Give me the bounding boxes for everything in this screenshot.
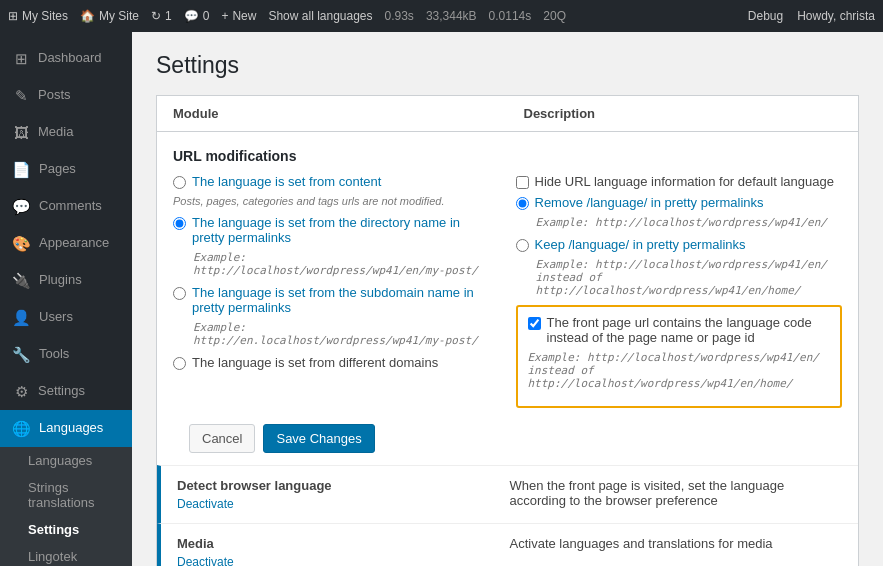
module-row-detect-browser: Detect browser language Deactivate When … xyxy=(157,465,858,523)
radio-lang-from-directory[interactable]: The language is set from the directory n… xyxy=(173,215,492,245)
radio-label-lang-directory[interactable]: The language is set from the directory n… xyxy=(192,215,492,245)
admin-bar-comments[interactable]: 💬 0 xyxy=(184,9,210,23)
radio-label-lang-content[interactable]: The language is set from content xyxy=(192,174,381,189)
checkbox-hide-url[interactable]: Hide URL language information for defaul… xyxy=(516,174,843,189)
sidebar-item-posts[interactable]: ✎ Posts xyxy=(0,77,132,114)
tools-icon: 🔧 xyxy=(12,344,31,365)
module-media-description: Activate languages and translations for … xyxy=(510,536,843,566)
languages-submenu: Languages Strings translations Settings … xyxy=(0,447,132,566)
radio-keep-language[interactable]: Keep /language/ in pretty permalinks xyxy=(516,237,843,252)
home-icon: 🏠 xyxy=(80,9,95,23)
refresh-icon: ↻ xyxy=(151,9,161,23)
admin-bar-show-all-languages[interactable]: Show all languages xyxy=(268,9,372,23)
checkbox-front-page-url[interactable]: The front page url contains the language… xyxy=(528,315,831,345)
module-media-left: Media Deactivate xyxy=(177,536,510,566)
module-detect-browser-description: When the front page is visited, set the … xyxy=(510,478,843,511)
settings-panel: Module Description URL modifications The… xyxy=(156,95,859,566)
highlighted-front-page-box: The front page url contains the language… xyxy=(516,305,843,408)
radio-remove-language[interactable]: Remove /language/ in pretty permalinks xyxy=(516,195,843,210)
radio-input-remove-language[interactable] xyxy=(516,197,529,210)
sidebar-sub-strings[interactable]: Strings translations xyxy=(0,474,132,516)
checkbox-label-hide-url[interactable]: Hide URL language information for defaul… xyxy=(535,174,834,189)
settings-table-header: Module Description xyxy=(157,96,858,132)
example-front-page: Example: http://localhost/wordpress/wp41… xyxy=(528,351,831,390)
module-row-media: Media Deactivate Activate languages and … xyxy=(157,523,858,566)
admin-bar-user[interactable]: Howdy, christa xyxy=(797,9,875,23)
url-options-right: Hide URL language information for defaul… xyxy=(508,174,843,412)
module-detect-browser-left: Detect browser language Deactivate xyxy=(177,478,510,511)
example-keep-language: Example: http://localhost/wordpress/wp41… xyxy=(516,258,843,297)
sidebar-item-tools[interactable]: 🔧 Tools xyxy=(0,336,132,373)
checkbox-label-front-page[interactable]: The front page url contains the language… xyxy=(547,315,831,345)
radio-input-lang-directory[interactable] xyxy=(173,217,186,230)
sidebar-item-comments[interactable]: 💬 Comments xyxy=(0,188,132,225)
admin-bar-sites[interactable]: ⊞ My Sites xyxy=(8,9,68,23)
plus-icon: + xyxy=(221,9,228,23)
action-buttons: Cancel Save Changes xyxy=(173,412,842,465)
sidebar-item-users[interactable]: 👤 Users xyxy=(0,299,132,336)
radio-label-keep-language[interactable]: Keep /language/ in pretty permalinks xyxy=(535,237,746,252)
admin-bar-debug[interactable]: Debug xyxy=(748,9,783,23)
dashboard-icon: ⊞ xyxy=(12,48,30,69)
sidebar: ⊞ Dashboard ✎ Posts 🖼 Media 📄 Pages 💬 Co… xyxy=(0,32,132,566)
radio-label-lang-subdomain[interactable]: The language is set from the subdomain n… xyxy=(192,285,492,315)
module-detect-browser-title: Detect browser language xyxy=(177,478,494,493)
languages-icon: 🌐 xyxy=(12,418,31,439)
sidebar-sub-languages[interactable]: Languages xyxy=(0,447,132,474)
sites-icon: ⊞ xyxy=(8,9,18,23)
users-icon: 👤 xyxy=(12,307,31,328)
checkbox-input-hide-url[interactable] xyxy=(516,176,529,189)
radio-label-lang-domains[interactable]: The language is set from different domai… xyxy=(192,355,438,370)
sidebar-item-dashboard[interactable]: ⊞ Dashboard xyxy=(0,40,132,77)
settings-icon: ⚙ xyxy=(12,381,30,402)
page-title: Settings xyxy=(156,52,859,79)
url-options: The language is set from content Posts, … xyxy=(173,174,842,412)
note-lang-content: Posts, pages, categories and tags urls a… xyxy=(173,195,492,207)
url-section-title: URL modifications xyxy=(173,148,842,164)
example-remove-language: Example: http://localhost/wordpress/wp41… xyxy=(516,216,843,229)
col-description-header: Description xyxy=(508,96,859,131)
plugins-icon: 🔌 xyxy=(12,270,31,291)
comments-icon: 💬 xyxy=(12,196,31,217)
checkbox-input-front-page[interactable] xyxy=(528,317,541,330)
radio-input-lang-subdomain[interactable] xyxy=(173,287,186,300)
sidebar-item-plugins[interactable]: 🔌 Plugins xyxy=(0,262,132,299)
module-media-title: Media xyxy=(177,536,494,551)
sidebar-item-appearance[interactable]: 🎨 Appearance xyxy=(0,225,132,262)
radio-lang-from-subdomain[interactable]: The language is set from the subdomain n… xyxy=(173,285,492,315)
sidebar-item-languages[interactable]: 🌐 Languages xyxy=(0,410,132,447)
sidebar-item-pages[interactable]: 📄 Pages xyxy=(0,151,132,188)
url-options-left: The language is set from content Posts, … xyxy=(173,174,508,412)
sidebar-sub-lingotek[interactable]: Lingotek xyxy=(0,543,132,566)
example-lang-subdomain: Example: http://en.localhost/wordpress/w… xyxy=(173,321,492,347)
radio-lang-from-content[interactable]: The language is set from content xyxy=(173,174,492,189)
main-content: Settings Module Description URL modifica… xyxy=(132,32,883,566)
cancel-button[interactable]: Cancel xyxy=(189,424,255,453)
appearance-icon: 🎨 xyxy=(12,233,31,254)
col-module-header: Module xyxy=(157,96,508,131)
radio-input-lang-domains[interactable] xyxy=(173,357,186,370)
radio-lang-from-domains[interactable]: The language is set from different domai… xyxy=(173,355,492,370)
url-modifications-section: URL modifications The language is set fr… xyxy=(157,132,858,465)
sidebar-sub-settings[interactable]: Settings xyxy=(0,516,132,543)
media-icon: 🖼 xyxy=(12,122,30,143)
example-lang-directory: Example: http://localhost/wordpress/wp41… xyxy=(173,251,492,277)
comments-icon: 💬 xyxy=(184,9,199,23)
admin-bar-updates[interactable]: ↻ 1 xyxy=(151,9,172,23)
posts-icon: ✎ xyxy=(12,85,30,106)
admin-bar-new[interactable]: + New xyxy=(221,9,256,23)
pages-icon: 📄 xyxy=(12,159,31,180)
sidebar-item-settings[interactable]: ⚙ Settings xyxy=(0,373,132,410)
module-detect-browser-deactivate[interactable]: Deactivate xyxy=(177,497,494,511)
radio-input-keep-language[interactable] xyxy=(516,239,529,252)
admin-bar-site[interactable]: 🏠 My Site xyxy=(80,9,139,23)
radio-label-remove-language[interactable]: Remove /language/ in pretty permalinks xyxy=(535,195,764,210)
radio-input-lang-content[interactable] xyxy=(173,176,186,189)
save-changes-button[interactable]: Save Changes xyxy=(263,424,374,453)
module-media-deactivate[interactable]: Deactivate xyxy=(177,555,494,566)
admin-bar: ⊞ My Sites 🏠 My Site ↻ 1 💬 0 + New Show … xyxy=(0,0,883,32)
sidebar-item-media[interactable]: 🖼 Media xyxy=(0,114,132,151)
